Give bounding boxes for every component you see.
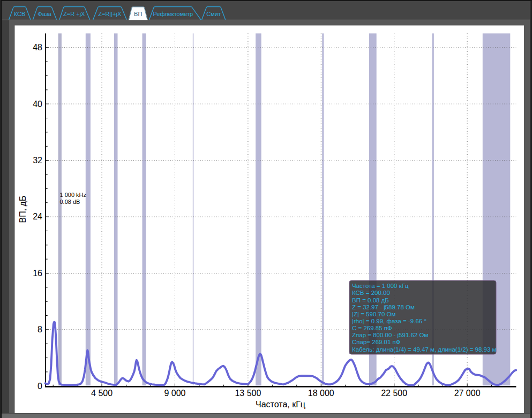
svg-text:9 000: 9 000 (164, 389, 185, 398)
svg-text:Zпар = 800.00 - j591.62 Ом: Zпар = 800.00 - j591.62 Ом (352, 332, 428, 338)
svg-text:|rho| = 0.99, фаза = -9.66 °: |rho| = 0.99, фаза = -9.66 ° (352, 318, 426, 324)
svg-text:0: 0 (38, 382, 42, 391)
svg-text:22 500: 22 500 (381, 389, 407, 398)
svg-text:Z = 32.97 - j589.78 Ом: Z = 32.97 - j589.78 Ом (352, 304, 415, 310)
svg-text:Спар= 269.01 пФ: Спар= 269.01 пФ (352, 339, 401, 345)
svg-text:40: 40 (33, 100, 42, 109)
svg-text:18 000: 18 000 (308, 389, 334, 398)
svg-text:КСВ: КСВ (14, 11, 26, 17)
svg-text:C = 269.85 пФ: C = 269.85 пФ (352, 325, 392, 331)
svg-text:Частота = 1 000 кГц: Частота = 1 000 кГц (352, 283, 409, 289)
svg-text:ВП, дБ: ВП, дБ (18, 196, 27, 223)
svg-text:13 500: 13 500 (235, 389, 261, 398)
svg-text:Кабель: длина(1/4) = 49.47 м,: Кабель: длина(1/4) = 49.47 м, длина(1/2)… (352, 346, 497, 353)
svg-text:ВП: ВП (134, 11, 142, 17)
svg-text:ВП = 0.08 дБ: ВП = 0.08 дБ (352, 297, 389, 303)
svg-text:Частота, кГц: Частота, кГц (256, 400, 305, 409)
svg-text:Рефлектометр: Рефлектометр (153, 11, 193, 17)
svg-text:КСВ = 200.00: КСВ = 200.00 (352, 290, 390, 296)
svg-text:Фаза: Фаза (38, 11, 51, 17)
svg-text:8: 8 (38, 325, 42, 334)
svg-text:4 500: 4 500 (91, 389, 113, 398)
svg-text:32: 32 (33, 156, 42, 165)
svg-text:24: 24 (33, 212, 42, 221)
svg-text:Z=R||+jX: Z=R||+jX (98, 11, 122, 17)
svg-text:48: 48 (33, 43, 42, 52)
svg-text:0.08 dB: 0.08 dB (60, 199, 80, 205)
svg-text:|Z| = 590.70 Ом: |Z| = 590.70 Ом (352, 311, 395, 317)
svg-text:16: 16 (33, 269, 42, 278)
svg-text:1 000 kHz: 1 000 kHz (60, 192, 87, 198)
svg-text:27 000: 27 000 (454, 389, 481, 398)
svg-text:Z=R +jX: Z=R +jX (63, 11, 85, 17)
svg-text:Смит: Смит (206, 11, 221, 17)
